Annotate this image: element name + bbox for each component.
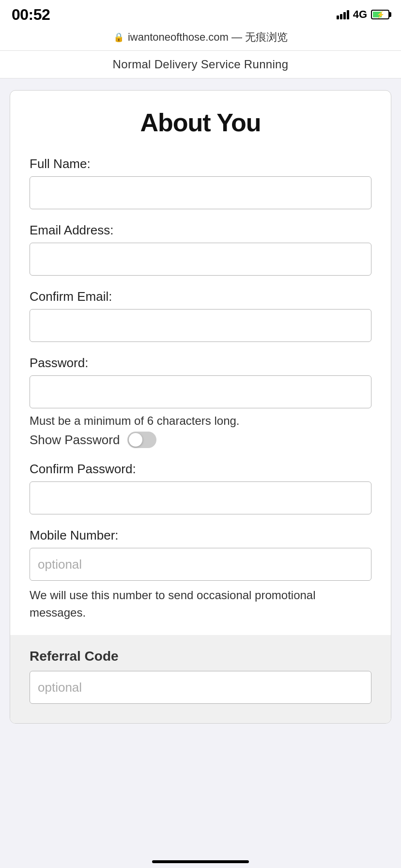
confirm-password-group: Confirm Password: bbox=[30, 462, 371, 514]
url-text: iwantoneofthose.com — 无痕浏览 bbox=[128, 30, 288, 45]
mobile-group: Mobile Number: We will use this number t… bbox=[30, 528, 371, 621]
email-input[interactable] bbox=[30, 243, 371, 276]
battery-icon: ⚡ bbox=[371, 10, 389, 19]
email-label: Email Address: bbox=[30, 223, 371, 238]
password-label: Password: bbox=[30, 356, 371, 371]
email-group: Email Address: bbox=[30, 223, 371, 276]
referral-title: Referral Code bbox=[30, 649, 371, 664]
mobile-label: Mobile Number: bbox=[30, 528, 371, 543]
mobile-helper-text: We will use this number to send occasion… bbox=[30, 587, 371, 621]
confirm-password-input[interactable] bbox=[30, 481, 371, 514]
password-hint: Must be a minimum of 6 characters long. bbox=[30, 414, 371, 428]
banner-text: Normal Delivery Service Running bbox=[113, 58, 289, 71]
status-bar: 00:52 4G ⚡ bbox=[0, 0, 401, 26]
status-icons: 4G ⚡ bbox=[337, 8, 389, 21]
form-card: About You Full Name: Email Address: Conf… bbox=[10, 90, 391, 724]
full-name-group: Full Name: bbox=[30, 156, 371, 209]
confirm-email-group: Confirm Email: bbox=[30, 289, 371, 342]
confirm-email-input[interactable] bbox=[30, 309, 371, 342]
full-name-label: Full Name: bbox=[30, 156, 371, 171]
home-indicator bbox=[152, 860, 249, 863]
banner: Normal Delivery Service Running bbox=[0, 51, 401, 78]
password-input[interactable] bbox=[30, 375, 371, 408]
lock-icon: 🔒 bbox=[113, 32, 124, 43]
toggle-knob bbox=[129, 433, 142, 447]
mobile-input[interactable] bbox=[30, 548, 371, 581]
network-type: 4G bbox=[353, 8, 367, 21]
show-password-label: Show Password bbox=[30, 433, 120, 448]
signal-icon bbox=[337, 10, 349, 19]
confirm-email-label: Confirm Email: bbox=[30, 289, 371, 304]
status-time: 00:52 bbox=[12, 6, 50, 24]
confirm-password-label: Confirm Password: bbox=[30, 462, 371, 477]
show-password-row: Show Password bbox=[30, 432, 371, 448]
address-bar[interactable]: 🔒 iwantoneofthose.com — 无痕浏览 bbox=[0, 26, 401, 51]
referral-input[interactable] bbox=[30, 671, 371, 704]
password-group: Password: Must be a minimum of 6 charact… bbox=[30, 356, 371, 448]
full-name-input[interactable] bbox=[30, 176, 371, 209]
show-password-toggle[interactable] bbox=[127, 432, 156, 448]
form-title: About You bbox=[30, 108, 371, 137]
referral-section: Referral Code bbox=[10, 635, 391, 723]
